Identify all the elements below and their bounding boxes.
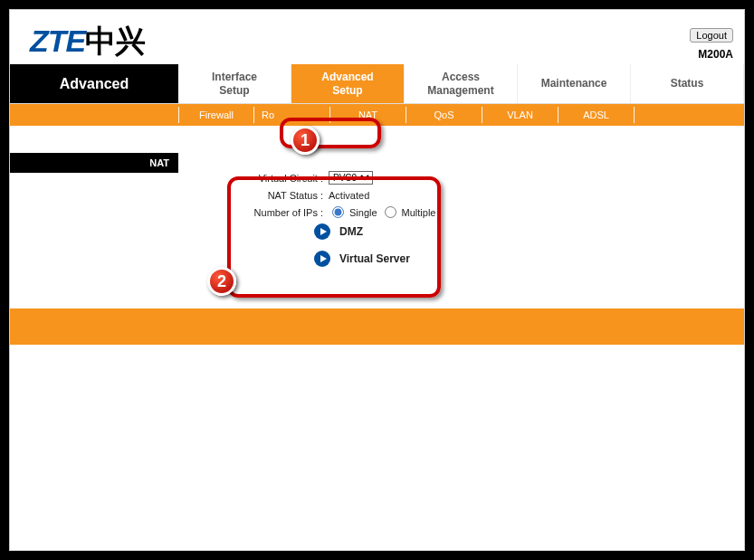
vc-label: Virtual Circuit : (178, 173, 329, 184)
subnav-adsl[interactable]: ADSL (558, 107, 635, 123)
model-label: M200A (698, 48, 733, 61)
page-title: Advanced (10, 64, 178, 103)
dmz-label: DMZ (339, 225, 363, 238)
logo-text-en: ZTE (30, 24, 85, 58)
sub-nav: Firewall RoutingRo NAT QoS VLAN ADSL (10, 104, 744, 126)
subnav-firewall[interactable]: Firewall (178, 107, 254, 123)
play-icon (314, 251, 330, 267)
section-label: NAT (10, 153, 178, 173)
link-dmz[interactable]: DMZ (178, 223, 744, 240)
tab-maintenance[interactable]: Maintenance (518, 64, 631, 103)
subnav-nat[interactable]: NAT (330, 107, 406, 123)
virtual-circuit-select[interactable]: PVC0 (329, 171, 373, 185)
vc-value: PVC0 (329, 171, 373, 185)
top-nav: Advanced Interface Setup Advanced Setup … (10, 64, 744, 104)
left-fill (10, 173, 178, 290)
play-icon (314, 223, 330, 240)
left-column: NAT (10, 126, 178, 290)
link-virtual-server[interactable]: Virtual Server (178, 251, 744, 267)
radio-multiple[interactable] (385, 206, 396, 218)
content-area: NAT Virtual Circuit : PVC0 NAT Status : … (10, 126, 744, 290)
main-column: Virtual Circuit : PVC0 NAT Status : Acti… (178, 126, 744, 290)
logo: ZTE中兴 (30, 21, 145, 62)
subnav-vlan[interactable]: VLAN (482, 107, 558, 123)
row-nat-status: NAT Status : Activated (178, 190, 744, 201)
status-value: Activated (329, 190, 369, 201)
logout-button[interactable]: Logout (690, 28, 733, 43)
numips-label: Number of IPs : (178, 207, 329, 218)
subnav-routing-visible: Ro (262, 109, 274, 120)
router-admin-window: ZTE中兴 Logout M200A Advanced Interface Se… (9, 9, 745, 551)
tab-status[interactable]: Status (631, 64, 744, 103)
logo-text-cn: 中兴 (85, 24, 145, 58)
subnav-routing[interactable]: RoutingRo (254, 107, 330, 123)
tab-advanced-setup[interactable]: Advanced Setup (291, 64, 405, 103)
radio-multiple-label: Multiple (402, 207, 436, 218)
radio-single-label: Single (349, 207, 377, 218)
numips-value: Single Multiple (329, 206, 435, 218)
tab-access-management[interactable]: Access Management (405, 64, 518, 103)
orange-band-wrapper (10, 308, 744, 345)
status-label: NAT Status : (178, 190, 329, 201)
row-virtual-circuit: Virtual Circuit : PVC0 (178, 171, 744, 185)
radio-single[interactable] (332, 206, 344, 218)
vserver-label: Virtual Server (339, 252, 410, 265)
row-num-ips: Number of IPs : Single Multiple (178, 206, 744, 218)
orange-band (10, 308, 744, 345)
tab-interface-setup[interactable]: Interface Setup (178, 64, 291, 103)
subnav-qos[interactable]: QoS (406, 107, 482, 123)
gap (10, 126, 178, 153)
header: ZTE中兴 Logout M200A (10, 10, 744, 64)
